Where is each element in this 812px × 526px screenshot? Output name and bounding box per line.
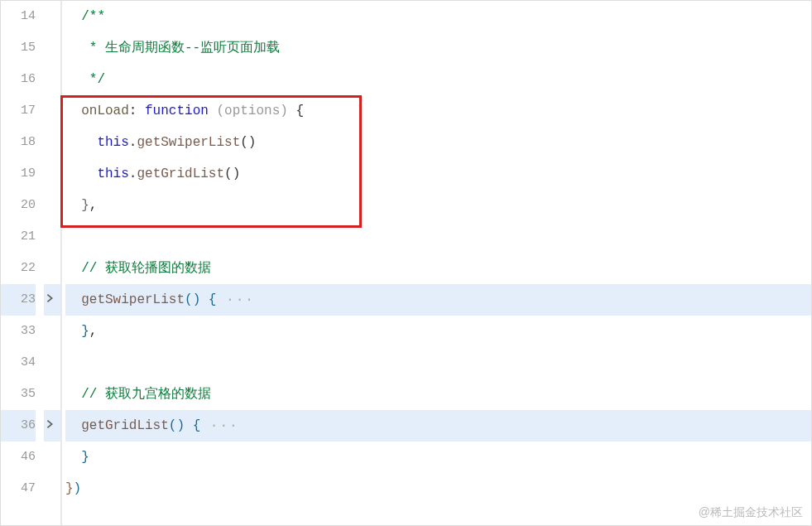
fold-spacer [44,190,60,221]
fold-spacer [44,32,60,64]
line-number: 14 [1,1,36,32]
line-number: 23 [1,284,36,316]
fold-spacer [44,442,60,473]
code-line[interactable]: */ [65,64,811,95]
fold-toggle[interactable] [44,410,60,442]
code-token: { [193,418,201,433]
code-token: ··· [200,418,238,433]
code-line[interactable]: /** [65,1,811,32]
code-line[interactable]: }, [65,190,811,221]
code-token [65,450,81,465]
code-editor: 14151617181920212223333435364647 /** * 生… [1,1,811,525]
fold-toggle[interactable] [44,284,60,316]
fold-column [44,1,60,525]
code-token [65,418,81,433]
line-number: 16 [1,64,36,95]
fold-spacer [44,95,60,127]
code-token [65,292,81,307]
line-number: 15 [1,32,36,64]
code-token [65,72,89,87]
code-line[interactable]: getSwiperList() { ··· [65,284,811,316]
code-token: /** [81,9,105,24]
code-token [185,418,193,433]
code-token: // 获取轮播图的数据 [81,261,211,276]
code-token [65,9,81,24]
code-token: * 生命周期函数--监听页面加载 [89,41,280,55]
code-token: , [89,324,98,339]
code-token: } [65,481,74,496]
fold-spacer [44,473,60,504]
code-line[interactable]: // 获取九宫格的数据 [65,379,811,410]
code-token: ) [74,481,82,496]
code-line[interactable]: getGridList() { ··· [65,410,811,442]
code-line[interactable] [65,221,811,253]
code-line[interactable]: }) [65,473,811,504]
code-token [65,261,81,276]
line-number: 22 [1,253,36,284]
code-line[interactable] [65,347,811,379]
line-number: 17 [1,95,36,127]
line-number: 46 [1,442,36,473]
code-token: getSwiperList [81,292,185,307]
fold-spacer [44,64,60,95]
code-line[interactable]: this.getSwiperList() [65,127,811,158]
code-token: } [81,324,89,339]
code-token: */ [89,72,105,87]
line-number: 35 [1,379,36,410]
code-token [65,41,89,55]
code-token [65,198,81,213]
code-token: : [129,104,145,118]
code-area[interactable]: /** * 生命周期函数--监听页面加载 */ onLoad: function… [60,1,811,525]
code-token: getSwiperList [137,135,240,150]
code-line[interactable]: // 获取轮播图的数据 [65,253,811,284]
line-number: 18 [1,127,36,158]
code-line[interactable]: * 生命周期函数--监听页面加载 [65,32,811,64]
line-number: 34 [1,347,36,379]
fold-spacer [44,158,60,190]
code-token: ) [280,104,288,118]
code-token: . [129,135,137,150]
code-token: () [240,135,256,150]
code-token: this [97,166,128,181]
code-token: ( [216,104,224,118]
code-line[interactable]: this.getGridList() [65,158,811,190]
chevron-right-icon [44,418,55,430]
code-token: getGridList [137,166,224,181]
line-number: 20 [1,190,36,221]
line-number: 33 [1,316,36,347]
code-token [200,292,209,307]
code-token: options [224,104,280,118]
code-token: . [129,166,137,181]
code-token: } [81,450,89,465]
code-line[interactable]: } [65,442,811,473]
fold-spacer [44,253,60,284]
fold-spacer [44,1,60,32]
code-token: () [169,418,185,433]
code-token: ··· [216,292,254,307]
code-token: getGridList [81,418,169,433]
fold-spacer [44,347,60,379]
code-token: () [224,166,240,181]
fold-spacer [44,316,60,347]
code-token: // 获取九宫格的数据 [81,387,211,402]
line-gutter: 14151617181920212223333435364647 [1,1,44,525]
watermark: @稀土掘金技术社区 [699,505,803,520]
fold-spacer [44,379,60,410]
line-number: 19 [1,158,36,190]
code-token [65,135,97,150]
code-token [65,104,81,118]
line-number: 47 [1,473,36,504]
code-token: { [209,292,217,307]
code-token [65,324,81,339]
fold-spacer [44,127,60,158]
fold-spacer [44,221,60,253]
code-token: onLoad [81,104,129,118]
chevron-right-icon [44,292,55,304]
code-token [65,166,97,181]
line-number: 21 [1,221,36,253]
code-line[interactable]: }, [65,316,811,347]
code-token [65,387,81,402]
code-token: this [97,135,128,150]
code-line[interactable]: onLoad: function (options) { [65,95,811,127]
code-token: , [89,198,98,213]
